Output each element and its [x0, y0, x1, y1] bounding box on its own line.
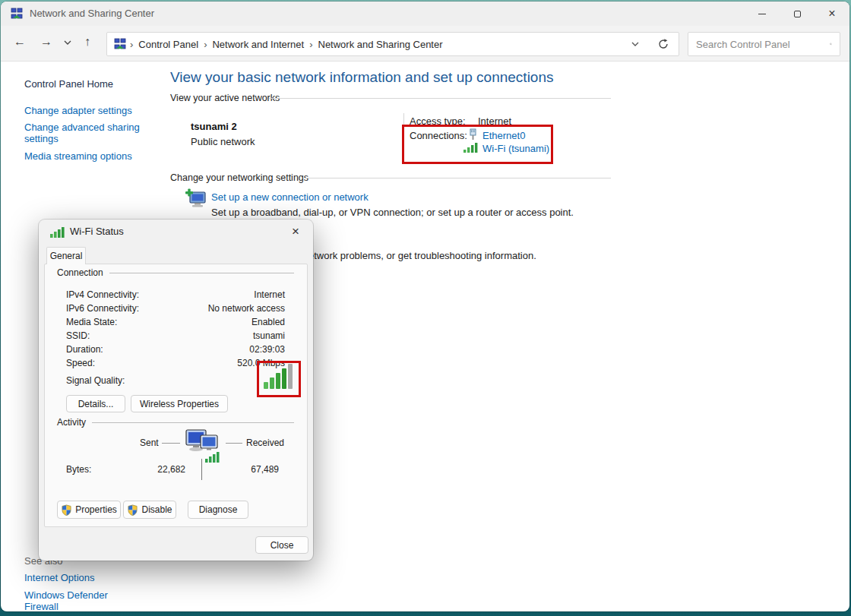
close-button[interactable]: ×: [815, 2, 849, 26]
setup-connection-icon: [184, 188, 208, 210]
sidebar-item-windows-defender-firewall[interactable]: Windows Defender Firewall: [24, 589, 144, 611]
minimize-icon: [758, 14, 766, 14]
row-label: IPv6 Connectivity:: [66, 303, 139, 314]
disable-button[interactable]: Disable: [123, 501, 176, 519]
row-label: SSID:: [66, 330, 90, 341]
annotation-box-connections: [402, 125, 553, 164]
properties-button[interactable]: Properties: [57, 501, 121, 519]
address-dropdown-chevron-icon[interactable]: [631, 42, 639, 47]
back-button[interactable]: ←: [14, 35, 26, 49]
network-type: Public network: [191, 136, 255, 147]
uac-shield-icon: [61, 504, 72, 516]
up-button[interactable]: ↑: [84, 35, 90, 49]
breadcrumb-separator: ›: [130, 39, 133, 50]
search-box[interactable]: [688, 32, 840, 56]
row-speed: Speed: 520.0 Mbps: [66, 358, 285, 368]
network-app-icon: [11, 8, 23, 20]
received-bytes-value: 67,489: [233, 464, 279, 475]
received-dash: [226, 443, 242, 444]
row-value: No network access: [208, 303, 285, 314]
search-icon[interactable]: [830, 39, 832, 49]
signal-quality-label: Signal Quality:: [66, 375, 125, 386]
row-label: Speed:: [66, 358, 95, 368]
close-icon: ×: [828, 8, 835, 20]
wireless-properties-button[interactable]: Wireless Properties: [131, 395, 228, 412]
row-label: IPv4 Connectivity:: [66, 289, 139, 300]
annotation-box-signal-quality: [257, 361, 301, 397]
navigation-bar: ← → ↑ › Control Panel › Network and Inte…: [1, 26, 849, 62]
dialog-title: Wi-Fi Status: [70, 226, 124, 237]
breadcrumb-separator: ›: [309, 39, 312, 50]
row-label: Duration:: [66, 344, 103, 355]
row-ipv4: IPv4 Connectivity: Internet: [66, 289, 285, 300]
network-sharing-center-window: Network and Sharing Center × ← → ↑: [1, 2, 849, 611]
disable-button-label: Disable: [141, 504, 172, 515]
page-title: View your basic network information and …: [170, 69, 553, 86]
uac-shield-icon: [127, 504, 138, 516]
forward-button[interactable]: →: [40, 35, 52, 49]
sidebar-item-control-panel-home[interactable]: Control Panel Home: [24, 78, 113, 90]
row-value: Enabled: [252, 317, 285, 327]
maximize-icon: [794, 11, 801, 17]
diagnose-button[interactable]: Diagnose: [188, 501, 248, 519]
networking-settings-section-label: Change your networking settings: [170, 172, 308, 183]
dialog-close-action-button[interactable]: Close: [255, 536, 308, 554]
network-breadcrumb-icon: [114, 38, 126, 50]
section-divider: [269, 98, 611, 99]
bytes-label: Bytes:: [66, 464, 91, 475]
row-label: Media State:: [66, 317, 117, 327]
activity-group-label: Activity: [57, 417, 86, 428]
properties-button-label: Properties: [75, 504, 117, 515]
maximize-button[interactable]: [780, 2, 815, 26]
active-networks-section-label: View your active networks: [170, 93, 280, 103]
sidebar-item-internet-options[interactable]: Internet Options: [24, 572, 144, 583]
sidebar-item-change-advanced-sharing[interactable]: Change advanced sharing settings: [24, 122, 144, 144]
bytes-divider: [201, 459, 202, 480]
sent-label: Sent: [140, 438, 159, 448]
address-bar[interactable]: › Control Panel › Network and Internet ›…: [106, 32, 679, 56]
sent-bytes-value: 22,682: [136, 464, 185, 475]
connection-group-header: Connection: [57, 267, 294, 278]
received-label: Received: [246, 438, 284, 448]
close-icon: ×: [292, 224, 299, 239]
setup-new-connection-description: Set up a broadband, dial-up, or VPN conn…: [211, 207, 574, 218]
row-ssid: SSID: tsunami: [66, 330, 285, 341]
sidebar-item-change-adapter-settings[interactable]: Change adapter settings: [24, 105, 144, 116]
section-divider: [305, 178, 611, 178]
connection-group-label: Connection: [57, 267, 103, 278]
recent-pages-chevron-icon[interactable]: [64, 40, 71, 46]
sidebar-item-media-streaming-options[interactable]: Media streaming options: [24, 150, 144, 162]
minimize-button[interactable]: [745, 2, 780, 26]
row-value: tsunami: [253, 330, 285, 341]
screenshot-frame: Network and Sharing Center × ← → ↑: [0, 0, 851, 616]
breadcrumb-control-panel[interactable]: Control Panel: [138, 39, 198, 50]
network-name: tsunami 2: [191, 121, 237, 132]
refresh-icon[interactable]: [657, 38, 669, 50]
group-divider: [92, 422, 294, 423]
dialog-close-button[interactable]: ×: [284, 222, 307, 242]
row-ipv6: IPv6 Connectivity: No network access: [66, 303, 285, 314]
group-divider: [109, 273, 294, 273]
row-value: Internet: [254, 289, 285, 300]
activity-group-header: Activity: [57, 417, 294, 428]
window-titlebar: Network and Sharing Center ×: [1, 2, 849, 26]
row-media-state: Media State: Enabled: [66, 317, 285, 327]
activity-computers-icon: [184, 428, 222, 463]
setup-new-connection-link[interactable]: Set up a new connection or network: [211, 191, 369, 203]
details-button[interactable]: Details...: [66, 395, 125, 412]
search-input[interactable]: [696, 39, 830, 50]
breadcrumb-network-and-internet[interactable]: Network and Internet: [212, 39, 304, 50]
sent-dash: [162, 443, 180, 444]
row-value: 02:39:03: [249, 344, 285, 355]
wifi-status-icon: [49, 226, 66, 238]
window-title: Network and Sharing Center: [30, 8, 154, 19]
tab-general[interactable]: General: [46, 247, 86, 264]
breadcrumb-network-sharing-center[interactable]: Network and Sharing Center: [318, 39, 443, 50]
dialog-titlebar: Wi-Fi Status ×: [39, 220, 313, 244]
row-duration: Duration: 02:39:03: [66, 344, 285, 355]
breadcrumb-separator: ›: [204, 39, 207, 50]
